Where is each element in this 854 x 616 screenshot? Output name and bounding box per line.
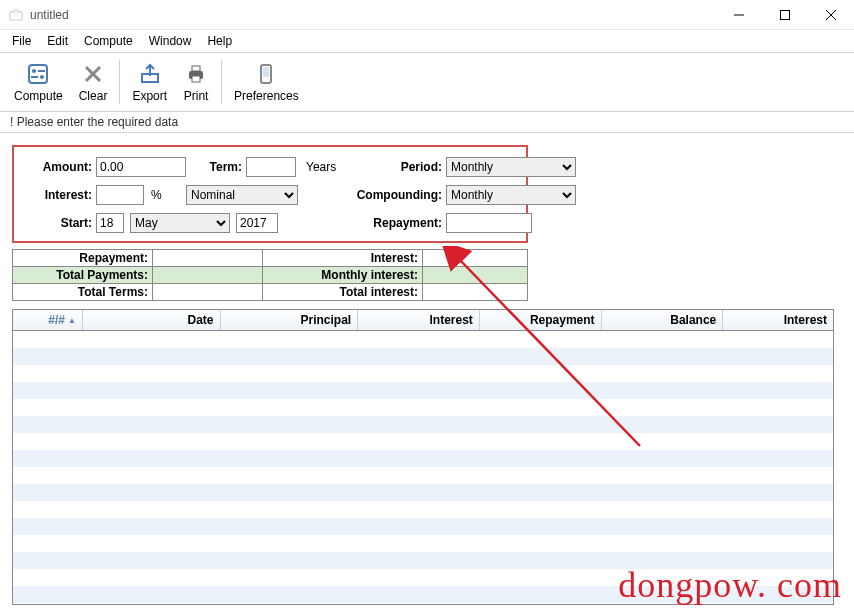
start-label: Start: [26, 216, 96, 230]
window-title: untitled [30, 8, 716, 22]
table-row[interactable] [13, 501, 833, 518]
svg-rect-2 [781, 10, 790, 19]
clear-icon [80, 61, 106, 87]
amount-label: Amount: [26, 160, 96, 174]
svg-point-6 [32, 69, 36, 73]
summary-total-terms-label: Total Terms: [13, 284, 153, 300]
column-header-repayment[interactable]: Repayment [480, 310, 602, 330]
toolbar-separator [221, 60, 222, 104]
summary-total-terms-value [153, 284, 263, 300]
period-select[interactable]: Monthly [446, 157, 576, 177]
svg-rect-5 [29, 65, 47, 83]
repayment-input[interactable] [446, 213, 532, 233]
period-label: Period: [346, 160, 446, 174]
summary-total-interest-value [423, 284, 523, 300]
print-button[interactable]: Print [175, 55, 217, 109]
summary-interest-label: Interest: [263, 250, 423, 266]
svg-rect-17 [263, 67, 269, 77]
compounding-select[interactable]: Monthly [446, 185, 576, 205]
table-row[interactable] [13, 331, 833, 348]
table-body[interactable] [13, 331, 833, 605]
svg-rect-14 [192, 66, 200, 71]
table-row[interactable] [13, 552, 833, 569]
repayment-label: Repayment: [306, 216, 446, 230]
toolbar: Compute Clear Export Print Preferences [0, 52, 854, 112]
amount-input[interactable] [96, 157, 186, 177]
summary-total-payments-label: Total Payments: [13, 267, 153, 283]
table-row[interactable] [13, 450, 833, 467]
window-titlebar: untitled [0, 0, 854, 30]
sort-ascending-icon: ▲ [68, 316, 76, 325]
interest-type-select[interactable]: Nominal [186, 185, 298, 205]
status-message: ! Please enter the required data [0, 112, 854, 133]
summary-repayment-value [153, 250, 263, 266]
svg-point-8 [40, 75, 44, 79]
toolbar-separator [119, 60, 120, 104]
svg-rect-15 [192, 76, 200, 82]
compounding-label: Compounding: [306, 188, 446, 202]
menu-compute[interactable]: Compute [76, 32, 141, 50]
clear-label: Clear [79, 89, 108, 103]
table-row[interactable] [13, 365, 833, 382]
table-row[interactable] [13, 467, 833, 484]
summary-monthly-interest-value [423, 267, 523, 283]
term-unit: Years [306, 160, 346, 174]
column-header-index[interactable]: #/#▲ [13, 310, 83, 330]
print-label: Print [184, 89, 209, 103]
svg-rect-0 [10, 12, 22, 20]
table-row[interactable] [13, 416, 833, 433]
export-icon [137, 61, 163, 87]
amortization-table: #/#▲ Date Principal Interest Repayment B… [12, 309, 834, 605]
column-header-date[interactable]: Date [83, 310, 221, 330]
summary-repayment-label: Repayment: [13, 250, 153, 266]
compute-button[interactable]: Compute [6, 55, 71, 109]
menu-bar: File Edit Compute Window Help [0, 30, 854, 52]
menu-file[interactable]: File [4, 32, 39, 50]
input-form: Amount: Term: Years Period: Monthly Inte… [12, 145, 528, 243]
start-day-input[interactable] [96, 213, 124, 233]
table-row[interactable] [13, 399, 833, 416]
column-header-balance[interactable]: Balance [602, 310, 724, 330]
app-icon [8, 7, 24, 23]
table-row[interactable] [13, 484, 833, 501]
table-header-row: #/#▲ Date Principal Interest Repayment B… [13, 310, 833, 331]
menu-edit[interactable]: Edit [39, 32, 76, 50]
column-header-interest[interactable]: Interest [358, 310, 480, 330]
compute-icon [25, 61, 51, 87]
summary-total-interest-label: Total interest: [263, 284, 423, 300]
column-header-principal[interactable]: Principal [221, 310, 359, 330]
interest-input[interactable] [96, 185, 144, 205]
percent-label: % [147, 188, 162, 202]
table-row[interactable] [13, 433, 833, 450]
term-label: Term: [186, 160, 246, 174]
table-row[interactable] [13, 535, 833, 552]
preferences-label: Preferences [234, 89, 299, 103]
table-row[interactable] [13, 586, 833, 603]
close-button[interactable] [808, 0, 854, 30]
export-label: Export [132, 89, 167, 103]
interest-label: Interest: [26, 188, 96, 202]
summary-table: Repayment: Interest: Total Payments: Mon… [12, 249, 528, 301]
menu-window[interactable]: Window [141, 32, 200, 50]
print-icon [183, 61, 209, 87]
summary-total-payments-value [153, 267, 263, 283]
compute-label: Compute [14, 89, 63, 103]
table-row[interactable] [13, 348, 833, 365]
preferences-button[interactable]: Preferences [226, 55, 307, 109]
summary-monthly-interest-label: Monthly interest: [263, 267, 423, 283]
start-month-select[interactable]: May [130, 213, 230, 233]
start-year-input[interactable] [236, 213, 278, 233]
table-row[interactable] [13, 518, 833, 535]
term-input[interactable] [246, 157, 296, 177]
export-button[interactable]: Export [124, 55, 175, 109]
preferences-icon [253, 61, 279, 87]
minimize-button[interactable] [716, 0, 762, 30]
summary-interest-value [423, 250, 523, 266]
menu-help[interactable]: Help [199, 32, 240, 50]
table-row[interactable] [13, 382, 833, 399]
clear-button[interactable]: Clear [71, 55, 116, 109]
maximize-button[interactable] [762, 0, 808, 30]
column-header-interest2[interactable]: Interest [723, 310, 833, 330]
table-row[interactable] [13, 569, 833, 586]
